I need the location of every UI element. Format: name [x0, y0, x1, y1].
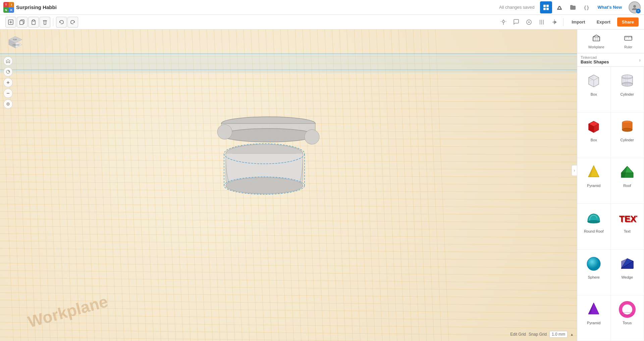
fit-view-button[interactable]: [3, 99, 13, 109]
svg-point-103: [621, 303, 634, 316]
logo-n: N: [3, 7, 9, 13]
main-toolbar: Import Export Share: [0, 15, 644, 30]
wedge-label: Wedge: [621, 275, 633, 279]
tinker-button[interactable]: {}: [580, 1, 592, 13]
svg-line-50: [593, 35, 596, 37]
text-shape-icon: TEXT TEXT: [616, 207, 638, 229]
home-icon: [6, 59, 10, 63]
ruler-icon: [624, 34, 633, 45]
top-navigation: T I N K Surprising Habbi All changes sav…: [0, 0, 644, 15]
ruler-button[interactable]: Ruler: [621, 32, 636, 50]
project-name: Surprising Habbi: [16, 4, 57, 10]
rotate-icon: [6, 69, 10, 74]
panel-chevron[interactable]: ›: [639, 57, 641, 63]
location-button[interactable]: [498, 17, 509, 28]
svg-line-15: [46, 20, 46, 21]
edit-grid-button[interactable]: Edit Grid: [510, 332, 526, 337]
right-panel: Workplane Ruler: [577, 30, 644, 341]
panel-top-tools: Workplane Ruler: [577, 30, 644, 53]
history-tools: [56, 17, 78, 28]
toolbar-right-section: Import Export Share: [498, 17, 639, 28]
circle-button[interactable]: [524, 17, 534, 28]
shapes-grid: Box Cylinder: [577, 67, 644, 341]
shape-text[interactable]: TEXT TEXT Text: [611, 204, 644, 249]
svg-rect-0: [543, 5, 546, 7]
shape-pyramid[interactable]: Pyramid: [577, 158, 611, 204]
new-shape-button[interactable]: [5, 17, 16, 28]
svg-rect-4: [557, 9, 562, 10]
rotate-view-button[interactable]: [3, 67, 13, 77]
svg-text:TOP: TOP: [13, 39, 17, 41]
zoom-in-button[interactable]: [3, 78, 13, 87]
wedge-icon: [616, 253, 638, 275]
create-tools: [5, 17, 50, 28]
cylinder-orange-icon: [616, 116, 638, 137]
grid-view-button[interactable]: [540, 1, 552, 13]
panel-collapse-button[interactable]: ›: [572, 165, 577, 176]
shape-torus[interactable]: Torus: [611, 295, 644, 341]
home-view-button[interactable]: [3, 56, 13, 66]
whats-new-button[interactable]: What's New: [595, 3, 625, 11]
redo-button[interactable]: [67, 17, 78, 28]
3d-viewport[interactable]: Workplane FRONT TOP: [0, 30, 577, 341]
pyramid-icon: [583, 161, 604, 183]
svg-marker-23: [552, 20, 554, 24]
roof-label: Roof: [623, 184, 631, 188]
snap-grid-value[interactable]: 1.0 mm: [549, 331, 568, 338]
snap-grid-arrow[interactable]: ▲: [570, 333, 574, 336]
svg-point-18: [528, 21, 530, 23]
roof-icon: [616, 161, 638, 183]
copy-button[interactable]: [17, 17, 28, 28]
shape-box-red[interactable]: Box: [577, 112, 611, 158]
shape-round-roof[interactable]: Round Roof: [577, 204, 611, 249]
codeblocks-button[interactable]: [553, 1, 566, 13]
shape-sphere[interactable]: Sphere: [577, 250, 611, 295]
redo-icon: [70, 19, 75, 25]
zoom-out-button[interactable]: [3, 89, 13, 98]
torus-icon: [616, 299, 638, 320]
svg-text:TEXT: TEXT: [620, 214, 637, 225]
undo-icon: [59, 19, 64, 25]
shape-pyramid-2[interactable]: Pyramid: [577, 295, 611, 341]
undo-button[interactable]: [56, 17, 67, 28]
svg-rect-11: [20, 21, 23, 25]
box-red-label: Box: [591, 138, 597, 142]
svg-rect-58: [625, 36, 632, 40]
text-shape-label: Text: [624, 229, 631, 233]
gallery-button[interactable]: [567, 1, 579, 13]
grid-button[interactable]: [536, 17, 547, 28]
svg-point-96: [587, 257, 600, 271]
pyramid-2-label: Pyramid: [587, 321, 600, 325]
chat-button[interactable]: [511, 17, 522, 28]
shape-cylinder-ghost[interactable]: Cylinder: [611, 67, 644, 112]
logo-t: T: [3, 2, 9, 7]
tinkercad-logo: T I N K Surprising Habbi: [3, 2, 57, 13]
workplane-label: Workplane: [588, 45, 604, 49]
zoom-in-icon: [6, 80, 10, 85]
cube-svg: FRONT TOP: [5, 33, 25, 53]
svg-point-6: [633, 5, 636, 8]
shape-cylinder-orange[interactable]: Cylinder: [611, 112, 644, 158]
import-button[interactable]: Import: [567, 17, 590, 27]
svg-rect-1: [546, 5, 549, 7]
shape-wedge[interactable]: Wedge: [611, 250, 644, 295]
shape-roof[interactable]: Roof: [611, 158, 644, 204]
inspector-icon: [526, 19, 532, 26]
share-button[interactable]: Share: [617, 17, 639, 27]
pyramid-2-icon: [583, 299, 604, 320]
svg-line-14: [44, 20, 44, 21]
mirror-button[interactable]: [549, 17, 560, 28]
view-cube[interactable]: FRONT TOP: [5, 33, 25, 53]
paste-button[interactable]: [28, 17, 39, 28]
ruler-label: Ruler: [624, 45, 632, 49]
workplane-svg: [592, 34, 601, 43]
round-roof-icon: [583, 207, 604, 229]
workplane-button[interactable]: Workplane: [586, 32, 607, 50]
delete-button[interactable]: [40, 17, 50, 28]
shape-box-ghost[interactable]: Box: [577, 67, 611, 112]
export-button[interactable]: Export: [592, 17, 615, 27]
zoom-out-icon: [6, 91, 10, 96]
cylinder-ghost-icon: [616, 70, 638, 92]
svg-point-93: [588, 221, 600, 223]
user-avatar[interactable]: +: [629, 1, 641, 13]
